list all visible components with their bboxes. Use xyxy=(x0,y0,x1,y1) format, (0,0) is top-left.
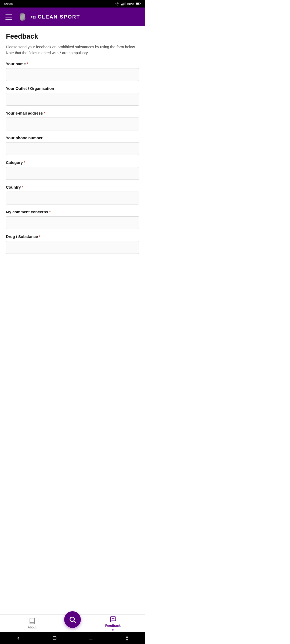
app-logo: FEI CLEAN SPORT xyxy=(17,11,80,23)
brand-name: CLEAN SPORT xyxy=(38,14,80,20)
label-phone: Your phone number xyxy=(6,136,139,140)
input-name[interactable] xyxy=(6,68,139,81)
status-bar: 09:30 68% xyxy=(0,0,145,8)
form-group-organisation: Your Outlet / Organisation xyxy=(6,86,139,106)
main-content: Feedback Please send your feedback on pr… xyxy=(0,26,145,291)
form-group-category: Category * xyxy=(6,160,139,180)
required-star-country: * xyxy=(22,185,23,189)
input-phone[interactable] xyxy=(6,142,139,155)
required-star-email: * xyxy=(44,111,45,115)
menu-button[interactable] xyxy=(5,14,12,20)
input-organisation[interactable] xyxy=(6,93,139,106)
form-group-comment-concerns: My comment concerns * xyxy=(6,210,139,229)
page-description: Please send your feedback on prohibited … xyxy=(6,44,139,56)
page-title: Feedback xyxy=(6,32,139,41)
fei-label: FEI xyxy=(31,16,36,19)
input-country[interactable] xyxy=(6,192,139,204)
form-group-phone: Your phone number xyxy=(6,136,139,155)
fei-logo-icon xyxy=(17,11,28,23)
label-comment-concerns: My comment concerns * xyxy=(6,210,139,214)
svg-rect-2 xyxy=(124,3,124,6)
label-organisation: Your Outlet / Organisation xyxy=(6,86,139,91)
battery: 68% xyxy=(127,2,134,6)
form-group-email: Your e-mail address * xyxy=(6,111,139,130)
label-name: Your name * xyxy=(6,62,139,66)
header: FEI CLEAN SPORT xyxy=(0,8,145,26)
battery-icon xyxy=(136,2,141,5)
label-category: Category * xyxy=(6,160,139,165)
form-group-drug: Drug / Substance * xyxy=(6,235,139,254)
signal-icon xyxy=(121,2,126,6)
required-star-comment: * xyxy=(49,210,50,214)
label-drug: Drug / Substance * xyxy=(6,235,139,239)
label-email: Your e-mail address * xyxy=(6,111,139,115)
required-star-drug: * xyxy=(39,235,40,239)
svg-rect-3 xyxy=(125,2,125,5)
form-group-name: Your name * xyxy=(6,62,139,81)
input-drug[interactable] xyxy=(6,241,139,254)
input-comment-concerns[interactable] xyxy=(6,216,139,229)
svg-rect-0 xyxy=(121,4,122,6)
time: 09:30 xyxy=(4,2,13,6)
svg-rect-5 xyxy=(136,3,139,4)
input-email[interactable] xyxy=(6,118,139,130)
brand-text: FEI CLEAN SPORT xyxy=(31,14,80,20)
feedback-form: Your name * Your Outlet / Organisation Y… xyxy=(6,62,139,254)
status-icons: 68% xyxy=(115,2,141,6)
svg-rect-6 xyxy=(140,3,141,4)
form-group-country: Country * xyxy=(6,185,139,204)
wifi-icon xyxy=(115,2,120,6)
svg-rect-1 xyxy=(122,3,123,5)
required-star-name: * xyxy=(27,62,28,66)
label-country: Country * xyxy=(6,185,139,189)
required-star-category: * xyxy=(24,160,25,165)
input-category[interactable] xyxy=(6,167,139,180)
